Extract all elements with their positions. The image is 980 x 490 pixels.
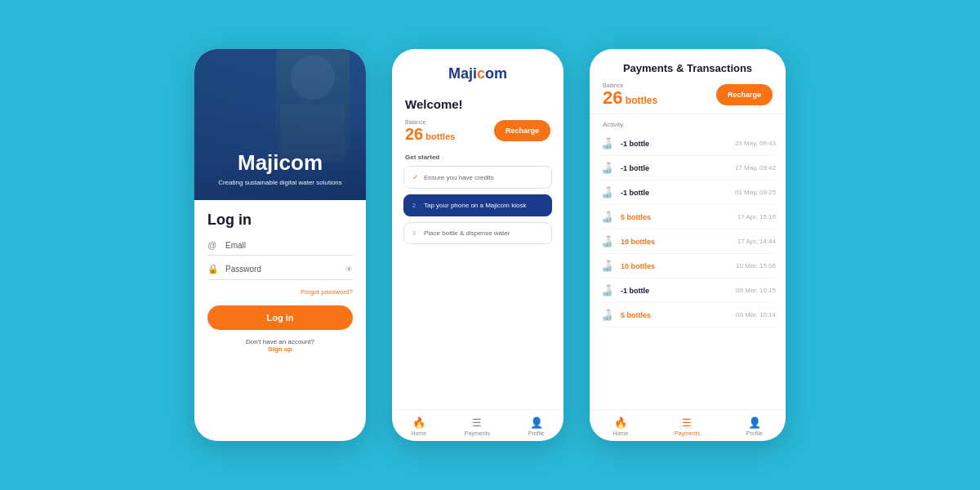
login-hero: Majicom Creating sustainable digital wat… [194,49,366,200]
tx-amount: 5 bottles [621,213,731,221]
transaction-row: 🍶 -1 bottle 17 May, 09:42 [599,156,776,180]
payments-balance-number: 26 [603,87,622,108]
pay-nav-home-label: Home [612,430,628,436]
lock-icon: 🔒 [207,264,219,274]
forgot-password-link[interactable]: Forgot password? [207,288,353,296]
transaction-row: 🍶 -1 bottle 09 Mar, 10:15 [599,278,776,303]
login-button[interactable]: Log in [207,305,353,330]
home-nav: 🔥 Home ☰ Payments 👤 Profile [392,409,564,441]
tx-amount: -1 bottle [621,189,728,197]
step-1: ✓ Ensure you have credits [403,166,552,189]
login-logo: Majicom [238,152,323,173]
transaction-row: 🍶 10 bottles 10 Mar, 15:06 [599,254,776,278]
bottle-icon: 🍶 [599,162,614,174]
email-icon: @ [207,240,219,250]
password-field[interactable]: 🔒 Password 👁 [207,264,353,280]
transaction-row: 🍶 5 bottles 17 Apr, 15:16 [599,205,776,229]
tx-amount: -1 bottle [621,164,728,172]
activity-label: Activity [590,114,786,131]
step-3: 3 Place bottle & dispense water [403,222,552,244]
nav-profile[interactable]: 👤 Profile [528,416,545,436]
pay-nav-profile-label: Profile [746,430,763,436]
payments-balance-row: Balance 26 bottles Recharge [603,82,773,107]
step-2-num: 2 [412,203,419,208]
recharge-button[interactable]: Recharge [494,120,550,141]
transaction-row: 🍶 -1 bottle 23 May, 09:43 [599,131,776,156]
tx-date: 17 May, 09:42 [735,164,776,172]
transaction-row: 🍶 10 bottles 17 Apr, 14:44 [599,229,776,254]
step-3-text: Place bottle & dispense water [424,229,510,237]
tx-amount: 10 bottles [621,238,731,246]
brand-name: Majicom [238,152,323,173]
steps-list: ✓ Ensure you have credits 2 Tap your pho… [392,166,564,244]
pay-nav-payments[interactable]: ☰ Payments [675,416,700,436]
payments-nav-icon: ☰ [682,416,692,429]
tx-date: 10 Mar, 15:06 [736,262,776,270]
signup-link[interactable]: Sign up [268,345,292,353]
tx-date: 23 May, 09:43 [735,140,776,147]
payments-balance-info: Balance 26 bottles [603,82,657,107]
tx-amount: 5 bottles [621,311,729,319]
home-icon: 🔥 [412,416,425,429]
balance-number: 26 [405,125,423,143]
home-icon: 🔥 [614,416,627,429]
eye-icon[interactable]: 👁 [345,265,353,274]
bottle-icon: 🍶 [599,137,614,149]
brand-tagline: Creating sustainable digital water solut… [218,178,342,187]
payments-nav: 🔥 Home ☰ Payments 👤 Profile [590,409,786,441]
logo-dot: c [477,65,485,82]
balance-row: Balance 26 bottles Recharge [392,111,564,150]
nav-profile-label: Profile [528,430,545,436]
step-1-text: Ensure you have credits [424,174,494,181]
email-field[interactable]: @ Email [207,240,353,256]
email-label: Email [225,241,353,250]
check-icon: ✓ [412,173,419,181]
payments-icon: ☰ [472,416,482,429]
welcome-text: Welcome! [405,97,550,111]
transaction-row: 🍶 5 bottles 09 Mar, 10:14 [599,303,776,327]
bottle-icon: 🍶 [599,260,614,272]
pay-nav-profile[interactable]: 👤 Profile [746,416,763,436]
payments-title: Payments & Transactions [603,62,773,74]
profile-icon: 👤 [530,416,543,429]
tx-date: 09 Mar, 10:15 [736,287,776,294]
step-2-text: Tap your phone on a Majicom kiosk [424,202,526,209]
balance-info: Balance 26 bottles [405,119,455,142]
payments-recharge-button[interactable]: Recharge [716,84,773,105]
balance-value: 26 bottles [405,126,455,142]
tx-date: 17 Apr, 15:16 [737,213,776,220]
login-screen: Majicom Creating sustainable digital wat… [194,49,366,441]
home-logo: Majicom [405,65,550,82]
signup-row: Don't have an account? Sign up [207,338,353,353]
password-label: Password [225,265,339,274]
pay-nav-payments-label: Payments [675,430,700,436]
transactions-list: 🍶 -1 bottle 23 May, 09:43 🍶 -1 bottle 17… [590,131,786,409]
tx-date: 01 May, 09:25 [735,189,776,196]
step-3-num: 3 [412,230,419,236]
bottle-icon: 🍶 [599,309,614,321]
login-title: Log in [207,212,353,229]
pay-nav-home[interactable]: 🔥 Home [612,416,628,436]
nav-home-label: Home [411,430,426,436]
nav-payments[interactable]: ☰ Payments [465,416,490,436]
step-2: 2 Tap your phone on a Majicom kiosk [403,194,552,216]
payments-balance-value: 26 bottles [603,89,657,107]
login-body: Log in @ Email 🔒 Password 👁 Forgot passw… [194,200,366,441]
tx-amount: -1 bottle [621,287,729,295]
tx-date: 17 Apr, 14:44 [737,238,776,245]
balance-unit: bottles [423,131,455,141]
bottle-icon: 🍶 [599,284,614,296]
tx-amount: -1 bottle [621,140,728,148]
tx-date: 09 Mar, 10:14 [736,311,776,318]
payments-header: Payments & Transactions Balance 26 bottl… [590,49,786,114]
home-screen: Majicom Welcome! Balance 26 bottles Rech… [392,49,564,441]
home-header: Majicom [392,49,564,89]
bottle-icon: 🍶 [599,235,614,247]
profile-nav-icon: 👤 [748,416,761,429]
nav-payments-label: Payments [465,430,490,436]
nav-home[interactable]: 🔥 Home [411,416,426,436]
get-started-label: Get started [392,150,564,166]
signup-prompt: Don't have an account? [246,338,314,345]
balance-label: Balance [405,119,455,125]
tx-amount: 10 bottles [621,262,729,270]
